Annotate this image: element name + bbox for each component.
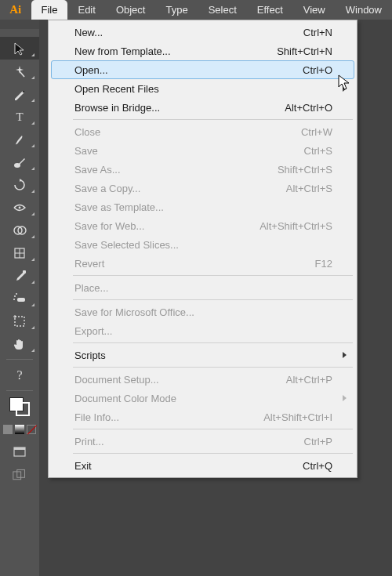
menu-item-label: New from Template...	[74, 45, 277, 57]
menu-item-label: Place...	[74, 282, 332, 294]
svg-point-12	[14, 295, 16, 297]
menu-item-shortcut: Ctrl+N	[303, 27, 332, 38]
menu-item-label: Exit	[74, 460, 303, 472]
svg-point-14	[13, 299, 15, 300]
menu-item-label: Save Selected Slices...	[74, 239, 332, 251]
menu-item-scripts[interactable]: Scripts	[51, 346, 354, 364]
menu-item-shortcut: Alt+Shift+Ctrl+S	[260, 220, 332, 232]
fill-stroke-swatch[interactable]	[0, 395, 39, 418]
menu-item-shortcut: Ctrl+Q	[303, 460, 332, 472]
tool-flyout-indicator-icon	[31, 53, 34, 56]
tool-flyout-indicator-icon	[31, 167, 34, 170]
tool-divider	[6, 359, 33, 360]
menu-item-label: Save As...	[74, 164, 278, 176]
help-button[interactable]: ?	[0, 364, 39, 386]
menu-item-label: Revert	[74, 258, 315, 270]
submenu-arrow-icon	[343, 395, 347, 401]
menu-item-shortcut: Ctrl+O	[303, 64, 332, 76]
menu-item-label: Save as Template...	[74, 201, 332, 213]
tool-flyout-indicator-icon	[31, 76, 34, 79]
menu-item-label: Close	[74, 126, 301, 138]
menu-item-file-info: File Info...Alt+Shift+Ctrl+I	[51, 408, 354, 426]
artboards-icon[interactable]	[0, 463, 39, 486]
menu-item-save-as-template: Save as Template...	[51, 197, 354, 216]
svg-rect-10	[23, 270, 26, 274]
menu-separator	[73, 453, 353, 454]
menu-item-label: Export...	[74, 325, 332, 337]
menu-item-save-for-web: Save for Web...Alt+Shift+Ctrl+S	[51, 216, 354, 235]
submenu-arrow-icon	[343, 352, 347, 358]
menu-item-label: Open...	[74, 64, 303, 76]
menu-item-save-as: Save As...Shift+Ctrl+S	[51, 160, 354, 179]
menu-item-label: Document Setup...	[74, 374, 286, 386]
svg-point-13	[16, 293, 17, 295]
menu-item-print: Print...Ctrl+P	[51, 432, 354, 451]
menu-separator	[73, 275, 353, 276]
menu-item-open[interactable]: Open...Ctrl+O	[51, 60, 354, 79]
menu-item-shortcut: Ctrl+S	[304, 145, 332, 157]
app-logo: Ai	[0, 0, 31, 20]
screen-mode-toggle[interactable]	[0, 440, 39, 463]
menu-item-shortcut: Ctrl+W	[301, 126, 332, 138]
menu-window[interactable]: Window	[336, 0, 392, 20]
menu-item-shortcut: Ctrl+P	[304, 436, 332, 447]
svg-rect-11	[17, 298, 25, 302]
tool-flyout-indicator-icon	[31, 326, 34, 329]
menu-item-export: Export...	[51, 321, 354, 340]
menu-item-shortcut: Alt+Ctrl+O	[285, 102, 332, 114]
menu-item-place: Place...	[51, 278, 354, 297]
menu-item-label: New...	[74, 27, 303, 38]
menu-item-shortcut: Alt+Ctrl+S	[286, 183, 332, 194]
menu-item-label: Save for Web...	[74, 220, 260, 232]
menu-item-close: CloseCtrl+W	[51, 122, 354, 141]
svg-point-1	[23, 90, 25, 92]
menu-item-new[interactable]: New...Ctrl+N	[51, 23, 354, 42]
file-menu-dropdown: New...Ctrl+NNew from Template...Shift+Ct…	[48, 20, 358, 478]
menu-edit[interactable]: Edit	[67, 0, 105, 20]
menu-view[interactable]: View	[293, 0, 336, 20]
menu-item-shortcut: Alt+Ctrl+P	[286, 374, 332, 386]
menu-item-document-color-mode: Document Color Mode	[51, 389, 354, 408]
menu-object[interactable]: Object	[106, 0, 156, 20]
svg-rect-19	[14, 447, 25, 450]
menu-item-label: Save a Copy...	[74, 183, 286, 194]
menu-item-shortcut: F12	[315, 258, 332, 270]
tool-flyout-indicator-icon	[31, 235, 34, 238]
tool-flyout-indicator-icon	[31, 212, 34, 216]
menu-item-label: Browse in Bridge...	[74, 102, 285, 114]
menu-file[interactable]: File	[31, 0, 68, 20]
menu-bar: Ai FileEditObjectTypeSelectEffectViewWin…	[0, 0, 392, 20]
svg-rect-15	[15, 317, 24, 326]
menu-separator	[73, 429, 353, 429]
menu-separator	[73, 367, 353, 368]
tool-divider	[6, 390, 33, 391]
menu-separator	[73, 342, 353, 343]
tool-flyout-indicator-icon	[31, 258, 34, 261]
tools-panel: T ?	[0, 20, 39, 576]
menu-item-label: Scripts	[74, 350, 332, 361]
menu-item-save: SaveCtrl+S	[51, 141, 354, 160]
menu-select[interactable]: Select	[198, 0, 247, 20]
menu-separator	[73, 299, 353, 300]
menu-item-document-setup: Document Setup...Alt+Ctrl+P	[51, 370, 354, 389]
svg-line-0	[20, 71, 24, 77]
menu-item-shortcut: Shift+Ctrl+S	[278, 164, 332, 176]
menu-item-label: Save	[74, 145, 304, 157]
tool-flyout-indicator-icon	[31, 99, 34, 102]
menu-item-exit[interactable]: ExitCtrl+Q	[51, 456, 354, 475]
menu-item-new-from-template[interactable]: New from Template...Shift+Ctrl+N	[51, 42, 354, 60]
menu-item-open-recent-files[interactable]: Open Recent Files	[51, 79, 354, 98]
submenu-arrow-icon	[343, 85, 347, 92]
menu-item-browse-in-bridge[interactable]: Browse in Bridge...Alt+Ctrl+O	[51, 98, 354, 117]
color-mode-toggles[interactable]	[0, 418, 39, 440]
menu-type[interactable]: Type	[155, 0, 198, 20]
menu-item-shortcut: Alt+Shift+Ctrl+I	[263, 411, 332, 423]
tool-flyout-indicator-icon	[31, 281, 34, 284]
panel-grip[interactable]	[0, 20, 39, 29]
menu-item-shortcut: Shift+Ctrl+N	[277, 45, 332, 57]
menu-item-revert: RevertF12	[51, 254, 354, 273]
menu-item-save-a-copy: Save a Copy...Alt+Ctrl+S	[51, 179, 354, 197]
menu-separator	[73, 119, 353, 120]
menu-item-label: File Info...	[74, 411, 263, 423]
menu-effect[interactable]: Effect	[247, 0, 293, 20]
